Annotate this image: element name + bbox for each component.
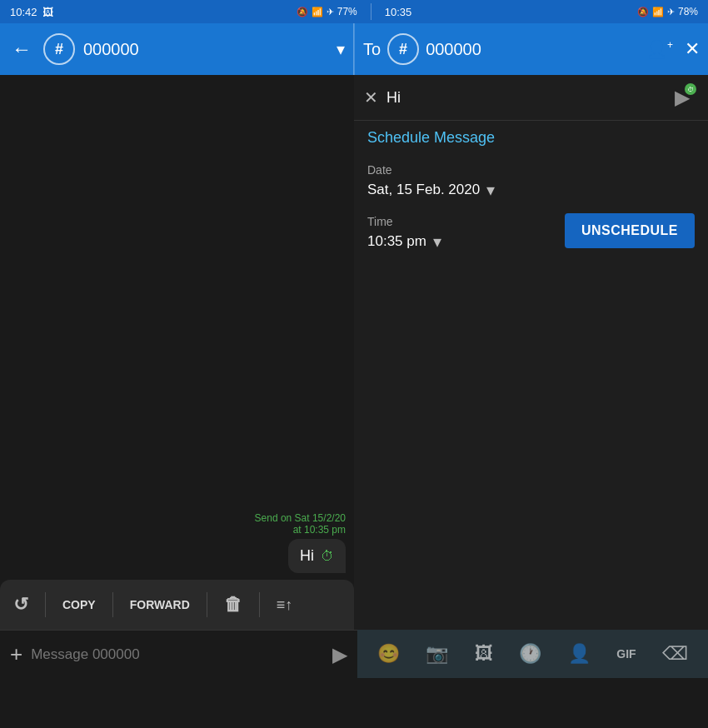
date-row: Date Sat, 15 Feb. 2020 ▾ — [367, 163, 695, 200]
airplane-icon-left: ✈ — [327, 7, 334, 17]
schedule-title: Schedule Message — [367, 129, 695, 147]
battery-right: 78% — [678, 6, 698, 17]
emoji-button[interactable]: 😊 — [371, 636, 406, 671]
channel-name-left: 000000 — [83, 40, 328, 59]
copy-button[interactable]: COPY — [62, 598, 96, 611]
date-dropdown[interactable]: Sat, 15 Feb. 2020 ▾ — [367, 180, 695, 200]
time-section: Time 10:35 pm ▾ — [367, 215, 548, 252]
schedule-section: Schedule Message Date Sat, 15 Feb. 2020 … — [354, 121, 708, 630]
hash-symbol-right: # — [399, 41, 407, 58]
header-right: To # 000000 👤+ ✕ — [354, 23, 708, 75]
main-area: Send on Sat 15/2/20 at 10:35 pm Hi ⏱ ↺ C… — [0, 75, 708, 630]
right-panel: ✕ Hi ▶ ⏱ Schedule Message Date Sat, 15 F… — [354, 75, 708, 630]
mute-icon-right: 🔕 — [637, 7, 649, 17]
unschedule-button[interactable]: UNSCHEDULE — [565, 213, 695, 248]
date-value: Sat, 15 Feb. 2020 — [367, 182, 480, 198]
time-dropdown-arrow[interactable]: ▾ — [433, 232, 441, 252]
time-center: 10:35 — [385, 6, 412, 18]
more-icon: ≡↑ — [277, 596, 293, 614]
compose-area: ✕ Hi ▶ ⏱ — [354, 75, 708, 121]
send-message-button[interactable]: ▶ — [332, 643, 347, 666]
wifi-icon-right: 📶 — [652, 7, 664, 17]
ctx-sep-4 — [259, 592, 260, 617]
gif-button[interactable]: GIF — [610, 641, 642, 667]
left-panel: Send on Sat 15/2/20 at 10:35 pm Hi ⏱ ↺ C… — [0, 75, 354, 630]
date-label: Date — [367, 163, 695, 177]
compose-message-text[interactable]: Hi — [386, 89, 658, 107]
header-container: ← # 000000 ▾ To # 000000 👤+ ✕ — [0, 23, 708, 75]
status-bar-right: 🔕 📶 ✈ 78% — [411, 6, 698, 17]
bottom-section: + Message 000000 ▶ 😊 📷 🖼 🕐 👤 GIF ⌫ — [0, 630, 708, 678]
backspace-button[interactable]: ⌫ — [656, 636, 695, 671]
forward-label: FORWARD — [130, 598, 190, 611]
close-compose-button[interactable]: ✕ — [364, 87, 378, 107]
to-label: To — [363, 40, 381, 59]
time-left: 10:42 — [10, 6, 37, 18]
bottom-toolbar: 😊 📷 🖼 🕐 👤 GIF ⌫ — [357, 630, 708, 678]
schedule-dot: ⏱ — [685, 83, 696, 95]
status-divider — [371, 3, 371, 20]
ctx-sep-2 — [112, 592, 113, 617]
battery-left: 77% — [337, 6, 357, 17]
airplane-icon-right: ✈ — [667, 7, 675, 17]
back-button[interactable]: ← — [8, 34, 35, 64]
channel-dropdown-button[interactable]: ▾ — [337, 39, 345, 59]
delete-icon: 🗑 — [224, 594, 242, 616]
hash-symbol-left: # — [55, 41, 63, 58]
status-bar: 10:42 🖼 🔕 📶 ✈ 77% 10:35 🔕 📶 ✈ 78% — [0, 0, 708, 23]
schedule-button[interactable]: 🕐 — [512, 636, 548, 671]
channel-avatar-right: # — [387, 33, 419, 65]
time-dropdown[interactable]: 10:35 pm ▾ — [367, 232, 548, 252]
ctx-sep-1 — [45, 592, 46, 617]
image-icon: 🖼 — [42, 6, 53, 18]
bottom-row: Time 10:35 pm ▾ UNSCHEDULE — [367, 213, 695, 252]
wifi-icon-left: 📶 — [312, 7, 323, 17]
bubble-clock-icon: ⏱ — [321, 549, 334, 564]
clock-small-icon: ⏱ — [687, 86, 694, 93]
forward-button[interactable]: FORWARD — [130, 598, 190, 611]
ctx-sep-3 — [207, 592, 207, 617]
message-bar: + Message 000000 ▶ — [0, 630, 357, 678]
message-input[interactable]: Message 000000 — [31, 646, 324, 663]
history-icon: ↺ — [13, 594, 28, 616]
more-button[interactable]: ≡↑ — [277, 596, 293, 614]
status-bar-left: 10:42 🖼 — [10, 6, 297, 18]
history-button[interactable]: ↺ — [13, 594, 28, 616]
channel-name-right: 000000 — [426, 40, 640, 59]
delete-button[interactable]: 🗑 — [224, 594, 242, 616]
time-value: 10:35 pm — [367, 233, 426, 250]
add-attachment-button[interactable]: + — [10, 641, 22, 667]
copy-label: COPY — [62, 598, 96, 611]
contact-button[interactable]: 👤 — [561, 636, 597, 671]
bubble-text: Hi — [300, 547, 314, 565]
message-bubble: Hi ⏱ — [288, 539, 346, 573]
channel-avatar-left: # — [43, 33, 75, 65]
schedule-send-button[interactable]: ▶ ⏱ — [666, 82, 698, 113]
message-bubble-area: Send on Sat 15/2/20 at 10:35 pm Hi ⏱ — [0, 512, 354, 573]
add-person-button[interactable]: 👤+ — [646, 39, 673, 59]
time-label: Time — [367, 215, 548, 228]
camera-button[interactable]: 📷 — [419, 636, 455, 671]
date-dropdown-arrow[interactable]: ▾ — [486, 180, 495, 200]
mute-icon-left: 🔕 — [297, 7, 308, 17]
close-button[interactable]: ✕ — [685, 38, 700, 60]
header-left: ← # 000000 ▾ — [0, 23, 353, 75]
gallery-button[interactable]: 🖼 — [468, 636, 500, 671]
context-menu-bar: ↺ COPY FORWARD 🗑 ≡↑ — [0, 580, 354, 630]
message-timestamp: Send on Sat 15/2/20 at 10:35 pm — [255, 512, 346, 536]
header-actions: 👤+ ✕ — [646, 38, 700, 60]
